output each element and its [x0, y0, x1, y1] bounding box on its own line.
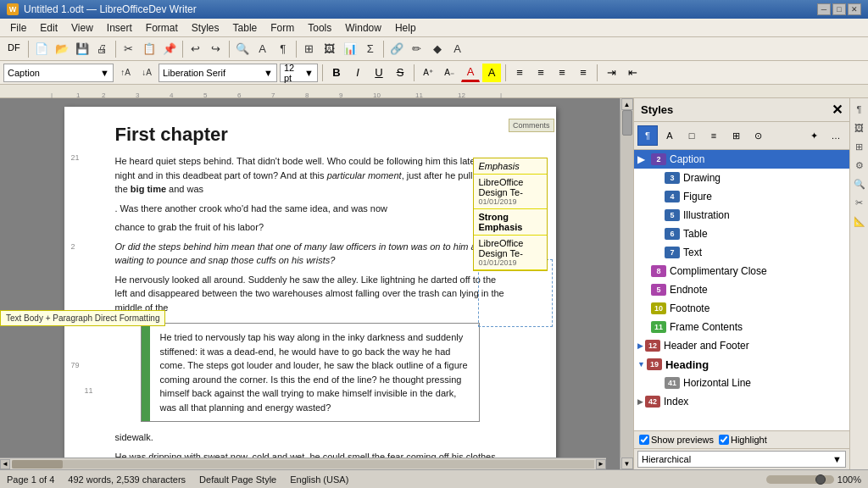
strikethrough-button[interactable]: S: [391, 64, 409, 82]
text-box[interactable]: He tried to nervously tap his way along …: [141, 323, 480, 422]
tab-page-styles[interactable]: ≡: [704, 125, 724, 146]
new-btn[interactable]: 📄: [32, 40, 51, 58]
body-para-3[interactable]: He nervously looked all around. Suddenly…: [115, 273, 505, 315]
tab-list-styles[interactable]: ⊞: [726, 125, 746, 146]
decrease-indent-btn[interactable]: ↓A: [137, 64, 156, 82]
vertical-scrollbar[interactable]: ▲ ▼: [620, 98, 633, 469]
align-right-btn[interactable]: ≡: [553, 64, 571, 82]
italic-button[interactable]: I: [348, 64, 367, 82]
show-previews-checkbox[interactable]: [639, 435, 649, 445]
insert-formula-btn[interactable]: Σ: [361, 40, 380, 58]
save-btn[interactable]: 💾: [73, 40, 92, 58]
highlight-checkbox[interactable]: [719, 435, 729, 445]
textbox-content[interactable]: He tried to nervously tap his way along …: [160, 330, 472, 414]
body-para-4[interactable]: sidewalk.: [115, 430, 505, 445]
copy-btn[interactable]: 📋: [140, 40, 159, 58]
expand-heading-icon[interactable]: ▼: [637, 360, 645, 369]
body-para-1[interactable]: He heard quiet steps behind. That didn't…: [115, 154, 505, 197]
menu-form[interactable]: Form: [264, 20, 301, 36]
style-item-index[interactable]: ▶ 42 Index: [634, 392, 849, 411]
style-item-endnote[interactable]: 5 Endnote: [634, 280, 849, 299]
menu-window[interactable]: Window: [338, 20, 388, 36]
tab-paragraph-styles[interactable]: ¶: [637, 125, 658, 146]
vscroll-up-btn[interactable]: ▲: [621, 98, 633, 110]
underline-button[interactable]: U: [370, 64, 388, 82]
style-item-frame[interactable]: 11 Frame Contents: [634, 318, 849, 336]
zoom-control[interactable]: 100%: [766, 474, 861, 485]
rs-extra-icon[interactable]: 📐: [852, 214, 867, 229]
style-item-heading[interactable]: ▼ 19 Heading: [634, 355, 849, 374]
chapter-title[interactable]: First chapter: [115, 124, 505, 146]
style-item-headerfooter[interactable]: ▶ 12 Header and Footer: [634, 336, 849, 355]
rs-properties-icon[interactable]: ⚙: [852, 158, 867, 173]
body-para-1c[interactable]: chance to grab the fruit of his labor?: [115, 220, 505, 235]
vscroll-down-btn[interactable]: ▼: [621, 458, 633, 469]
style-item-text[interactable]: 7 Text: [634, 243, 849, 262]
popup-strong-emphasis[interactable]: Strong Emphasis: [474, 209, 547, 236]
menu-tools[interactable]: Tools: [301, 20, 338, 36]
new-style-btn[interactable]: ✦: [804, 125, 824, 146]
hscroll-track[interactable]: [12, 460, 594, 469]
pilcrow-btn[interactable]: ¶: [274, 40, 292, 58]
horizontal-scrollbar[interactable]: ◄ ►: [0, 458, 606, 469]
popup-emphasis[interactable]: Emphasis: [474, 158, 547, 175]
menu-table[interactable]: Table: [226, 20, 264, 36]
tab-character-styles[interactable]: A: [659, 125, 680, 146]
body-para-1b[interactable]: . Was there another crook who'd had the …: [115, 202, 505, 216]
style-item-figure[interactable]: 4 Figure: [634, 187, 849, 206]
expand-index-icon[interactable]: ▶: [637, 397, 643, 406]
justify-btn[interactable]: ≡: [574, 64, 593, 82]
vscroll-track[interactable]: [620, 110, 633, 458]
paste-btn[interactable]: 📌: [160, 40, 179, 58]
zoom-thumb[interactable]: [815, 474, 826, 485]
document-page[interactable]: 21 2 79 11 First chapter He heard quiet …: [64, 107, 556, 469]
maximize-button[interactable]: □: [832, 3, 846, 15]
minimize-button[interactable]: ─: [817, 3, 831, 15]
indent-more-btn[interactable]: ⇥: [602, 64, 620, 82]
menu-format[interactable]: Format: [139, 20, 185, 36]
close-button[interactable]: ✕: [848, 3, 861, 15]
style-item-complimentary[interactable]: 8 Complimentary Close: [634, 262, 849, 280]
cut-btn[interactable]: ✂: [120, 40, 138, 58]
spellcheck-btn[interactable]: A: [253, 40, 272, 58]
menu-edit[interactable]: Edit: [33, 20, 64, 36]
insert-chart-btn[interactable]: 📊: [341, 40, 359, 58]
subscript-button[interactable]: A₋: [440, 64, 459, 82]
document-area[interactable]: 21 2 79 11 First chapter He heard quiet …: [0, 98, 620, 469]
italic-para[interactable]: Or did the steps behind him mean that on…: [115, 240, 505, 268]
style-item-horizontalline[interactable]: 41 Horizontal Line: [634, 374, 849, 392]
title-bar-buttons[interactable]: ─ □ ✕: [817, 3, 861, 15]
insert-table-btn[interactable]: ⊞: [300, 40, 319, 58]
style-item-illustration[interactable]: 5 Illustration: [634, 206, 849, 225]
rs-gallery-icon[interactable]: 🖼: [852, 120, 867, 136]
styles-more-btn[interactable]: …: [826, 125, 846, 146]
rs-find-icon[interactable]: 🔍: [852, 176, 867, 191]
style-item-footnote[interactable]: 10 Footnote: [634, 299, 849, 318]
align-center-btn[interactable]: ≡: [531, 64, 550, 82]
tab-frame-styles[interactable]: □: [682, 125, 702, 146]
style-mode[interactable]: DF: [3, 40, 25, 58]
font-size-selector[interactable]: 12 pt ▼: [280, 64, 318, 82]
menu-insert[interactable]: Insert: [100, 20, 139, 36]
style-item-caption[interactable]: ▶ 2 Caption: [634, 150, 849, 169]
styles-close-btn[interactable]: ✕: [832, 102, 843, 118]
tab-table-styles[interactable]: ⊙: [748, 125, 768, 146]
search-btn[interactable]: 🔍: [233, 40, 252, 58]
rs-styles-icon[interactable]: ¶: [852, 102, 867, 117]
open-btn[interactable]: 📂: [53, 40, 71, 58]
hscroll-right-btn[interactable]: ►: [596, 459, 606, 469]
superscript-button[interactable]: A⁺: [419, 64, 437, 82]
rs-accessibility-icon[interactable]: ✂: [852, 195, 867, 210]
styles-list[interactable]: ▶ 2 Caption 3 Drawing 4 Figure 5 Illustr…: [634, 150, 849, 430]
hscroll-thumb[interactable]: [12, 460, 63, 469]
bold-button[interactable]: B: [327, 64, 346, 82]
style-item-table[interactable]: 6 Table: [634, 225, 849, 243]
draw-btn[interactable]: ✏: [408, 40, 426, 58]
zoom-slider[interactable]: [766, 475, 834, 484]
shapes-btn[interactable]: ◆: [428, 40, 447, 58]
menu-file[interactable]: File: [3, 20, 33, 36]
hscroll-left-btn[interactable]: ◄: [0, 459, 10, 469]
indent-less-btn[interactable]: ⇤: [623, 64, 642, 82]
vscroll-thumb[interactable]: [622, 110, 632, 136]
fontwork-btn[interactable]: A: [448, 40, 467, 58]
